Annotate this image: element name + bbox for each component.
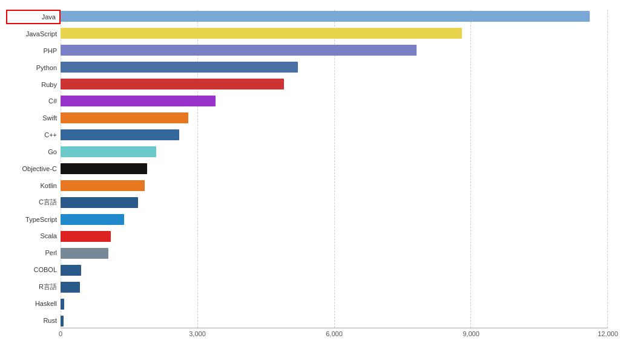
y-label-Java: Java xyxy=(6,10,61,24)
y-label-Rust: Rust xyxy=(6,313,61,328)
y-label-COBOL: COBOL xyxy=(6,262,61,277)
bar-Go xyxy=(61,146,156,157)
bar-C++ xyxy=(61,129,179,140)
y-label-C++: C++ xyxy=(6,128,61,142)
bar-COBOL xyxy=(61,265,81,276)
bar-Python xyxy=(61,62,298,73)
x-tick-label-2: 6,000 xyxy=(326,330,343,337)
y-label-C言語: C言語 xyxy=(6,195,61,210)
bar-row-TypeScript xyxy=(61,213,608,226)
y-label-C#: C# xyxy=(6,94,61,108)
x-tick-label-4: 12,000 xyxy=(598,330,618,337)
bar-row-JavaScript xyxy=(61,27,608,40)
bars-and-grid: 03,0006,0009,00012,000 xyxy=(61,10,608,340)
y-label-Haskell: Haskell xyxy=(6,296,61,311)
bar-row-Java xyxy=(61,10,608,23)
bar-row-Go xyxy=(61,145,608,158)
y-label-Kotlin: Kotlin xyxy=(6,178,61,193)
bar-row-PHP xyxy=(61,44,608,57)
bar-Ruby xyxy=(61,79,284,89)
bar-row-C++ xyxy=(61,128,608,141)
bar-R言語 xyxy=(61,282,80,293)
y-label-Ruby: Ruby xyxy=(6,77,61,92)
y-label-Perl: Perl xyxy=(6,245,61,260)
chart-area: JavaJavaScriptPHPPythonRubyC#SwiftC++GoO… xyxy=(6,10,608,340)
bar-Java xyxy=(61,11,590,22)
x-tick-label-1: 3,000 xyxy=(189,330,206,337)
bar-row-Rust xyxy=(61,314,608,328)
x-axis: 03,0006,0009,00012,000 xyxy=(61,328,608,340)
bar-Swift xyxy=(61,112,188,123)
x-tick-label-0: 0 xyxy=(59,330,62,337)
bar-row-Perl xyxy=(61,247,608,260)
bar-JavaScript xyxy=(61,28,462,39)
bar-row-Objective-C xyxy=(61,162,608,175)
bar-C# xyxy=(61,96,216,106)
grid-bars xyxy=(61,10,608,328)
bar-row-Python xyxy=(61,60,608,74)
bar-row-C言語 xyxy=(61,196,608,209)
bar-Rust xyxy=(61,316,64,327)
y-label-Swift: Swift xyxy=(6,111,61,125)
y-label-Python: Python xyxy=(6,60,61,75)
bar-row-COBOL xyxy=(61,264,608,277)
bar-row-C# xyxy=(61,94,608,108)
bar-row-Ruby xyxy=(61,77,608,91)
y-label-TypeScript: TypeScript xyxy=(6,212,61,227)
bar-TypeScript xyxy=(61,214,124,225)
bar-row-R言語 xyxy=(61,281,608,294)
bar-row-Scala xyxy=(61,230,608,243)
bar-Kotlin xyxy=(61,180,145,191)
y-label-JavaScript: JavaScript xyxy=(6,27,61,41)
y-label-R言語: R言語 xyxy=(6,279,61,294)
bar-C言語 xyxy=(61,197,138,208)
bar-Haskell xyxy=(61,299,64,310)
chart-container: JavaJavaScriptPHPPythonRubyC#SwiftC++GoO… xyxy=(0,0,620,364)
y-label-Go: Go xyxy=(6,145,61,159)
bar-Scala xyxy=(61,231,111,242)
bar-row-Haskell xyxy=(61,297,608,311)
y-label-Objective-C: Objective-C xyxy=(6,161,61,176)
y-label-Scala: Scala xyxy=(6,229,61,243)
y-axis-labels: JavaJavaScriptPHPPythonRubyC#SwiftC++GoO… xyxy=(6,10,61,340)
bar-Perl xyxy=(61,248,108,259)
x-tick-label-3: 9,000 xyxy=(463,330,480,337)
bar-row-Kotlin xyxy=(61,179,608,192)
bar-row-Swift xyxy=(61,111,608,125)
bar-Objective-C xyxy=(61,163,147,174)
bar-PHP xyxy=(61,45,417,56)
bars-container xyxy=(61,10,608,328)
y-label-PHP: PHP xyxy=(6,44,61,58)
